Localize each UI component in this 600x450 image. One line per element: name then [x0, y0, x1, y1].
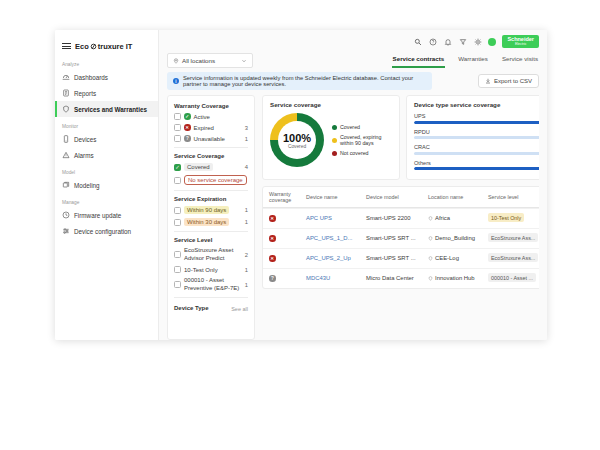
service-coverage-card: Service coverage 100% Covered: [262, 95, 400, 180]
checkbox[interactable]: [174, 219, 181, 226]
filter-group-title: Service Coverage: [174, 153, 248, 159]
sidebar-item-reports[interactable]: Reports: [55, 85, 158, 101]
right-column: Service coverage 100% Covered: [262, 95, 539, 340]
col-warranty-coverage[interactable]: Warranty coverage: [269, 191, 306, 204]
device-name-link[interactable]: MDC43U: [306, 275, 366, 281]
coverage-legend: Covered Covered, expiring within 90 days…: [332, 124, 392, 156]
filter-group-title: Service Level: [174, 237, 248, 243]
filter-option-no-service-coverage[interactable]: No service coverage: [174, 175, 248, 185]
sidebar-item-devices[interactable]: Devices: [55, 131, 158, 147]
col-device-name[interactable]: Device name: [306, 194, 366, 200]
warranty-expired-icon: ✕: [269, 235, 276, 242]
logo-text-prefix: Eco: [75, 42, 89, 51]
sidebar-item-dashboards[interactable]: Dashboards: [55, 69, 158, 85]
alarm-triangle-icon: [62, 151, 70, 159]
table-header-row: Warranty coverage Device name Device mod…: [263, 187, 539, 208]
filter-group-title: Warranty Coverage: [174, 103, 248, 109]
table-row[interactable]: ✕ APC_UPS_1_D... Smart-UPS SRT ... Demo_…: [263, 228, 539, 248]
summary-cards: Service coverage 100% Covered: [262, 95, 539, 180]
tab-service-visits[interactable]: Service visits: [501, 52, 539, 68]
coverage-legend-item: Covered, expiring within 90 days: [332, 134, 392, 146]
col-location-name[interactable]: Location name: [428, 194, 488, 200]
settings-gear-icon[interactable]: [473, 37, 482, 46]
sidebar-item-alarms[interactable]: Alarms: [55, 147, 158, 163]
dashboard-icon: [62, 73, 70, 81]
location-pin-icon: [428, 216, 433, 221]
filter-option-10-test-only[interactable]: 10-Test Only 1: [174, 266, 248, 273]
filter-funnel-icon[interactable]: [458, 37, 467, 46]
sidebar-section-monitor: Monitor: [62, 124, 151, 129]
warranty-expired-icon: ✕: [269, 255, 276, 262]
warranty-expired-icon: ✕: [184, 124, 191, 131]
screenshot-canvas: Eco truxure IT Analyze Dashboards Report…: [0, 0, 600, 450]
device-icon: [62, 135, 70, 143]
app-window: Eco truxure IT Analyze Dashboards Report…: [55, 30, 547, 340]
filter-option-asset-preventive[interactable]: 000010 - Asset Preventive (E&P-7E) 1: [174, 277, 248, 292]
schneider-electric-logo[interactable]: Schneider Electric: [502, 35, 539, 48]
filter-option-within-30-days[interactable]: Within 30 days 1: [174, 218, 248, 226]
info-banner: i Service information is updated weekly …: [167, 72, 432, 90]
divider: [174, 297, 248, 298]
table-row[interactable]: ? MDC43U Micro Data Center Innovation Hu…: [263, 268, 539, 288]
sidebar-item-firmware-update[interactable]: Firmware update: [55, 207, 158, 223]
location-pin-icon: [173, 58, 179, 64]
coverage-legend-item: Covered: [332, 124, 392, 130]
sidebar-item-device-configuration[interactable]: Device configuration: [55, 223, 158, 239]
checkbox[interactable]: [174, 207, 181, 214]
legend-dot-not-covered: [332, 151, 337, 156]
checkbox[interactable]: [174, 281, 181, 288]
col-service-level[interactable]: Service level: [488, 194, 539, 200]
service-level-badge: 10-Test Only: [488, 213, 524, 222]
table-row[interactable]: ✕ APC_UPS_2_Up Smart-UPS SRT ... CEE-Log…: [263, 248, 539, 268]
filter-option-within-90-days[interactable]: Within 90 days 1: [174, 206, 248, 214]
tab-service-contracts[interactable]: Service contracts: [392, 52, 446, 68]
table-row[interactable]: ✕ APC UPS Smart-UPS 2200 Africa 10-Test …: [263, 208, 539, 228]
device-type-row: Others100%: [414, 160, 539, 171]
location-pin-icon: [428, 256, 433, 261]
sidebar-section-manage: Manage: [62, 200, 151, 205]
checkbox[interactable]: [174, 113, 181, 120]
checkbox-checked[interactable]: ✓: [174, 164, 181, 171]
filter-option-asset-advisor-predict[interactable]: EcoStruxure Asset Advisor Predict 2: [174, 247, 248, 262]
checkbox[interactable]: [174, 251, 181, 258]
device-type-coverage-title: Device type service coverage: [414, 101, 539, 108]
notifications-bell-icon[interactable]: [443, 37, 452, 46]
service-coverage-title: Service coverage: [270, 101, 392, 108]
checkbox[interactable]: [174, 135, 181, 142]
devices-table: Warranty coverage Device name Device mod…: [262, 186, 539, 289]
filter-option-covered[interactable]: ✓ Covered 4: [174, 163, 248, 171]
col-device-model[interactable]: Device model: [366, 194, 428, 200]
sidebar-item-modeling[interactable]: Modeling: [55, 177, 158, 193]
location-pin-icon: [428, 276, 433, 281]
device-type-bar-fill: [414, 167, 539, 170]
export-to-csv-button[interactable]: Export to CSV: [478, 74, 539, 88]
firmware-update-icon: [62, 211, 70, 219]
app-logo: Eco truxure IT: [75, 42, 132, 51]
filter-option-active[interactable]: ✓ Active: [174, 113, 248, 120]
filter-option-unavailable[interactable]: ? Unavailable 1: [174, 135, 248, 142]
device-name-link[interactable]: APC_UPS_1_D...: [306, 235, 366, 241]
sidebar-section-model: Model: [62, 170, 151, 175]
search-icon[interactable]: [413, 37, 422, 46]
checkbox[interactable]: [174, 124, 181, 131]
filter-option-expired[interactable]: ✕ Expired 3: [174, 124, 248, 131]
checkbox[interactable]: [174, 266, 181, 273]
ecostruxure-swirl-icon: [90, 43, 97, 50]
device-name-link[interactable]: APC_UPS_2_Up: [306, 255, 366, 261]
help-icon[interactable]: [428, 37, 437, 46]
main-area: Schneider Electric All locations Service…: [159, 30, 547, 340]
user-avatar[interactable]: [488, 38, 496, 46]
sidebar-item-services-and-warranties[interactable]: Services and Warranties: [55, 101, 158, 117]
coverage-percent: 100%: [283, 132, 311, 144]
device-name-link[interactable]: APC UPS: [306, 215, 366, 221]
location-selector[interactable]: All locations: [167, 53, 253, 68]
tab-warranties[interactable]: Warranties: [457, 52, 489, 68]
warranty-expired-icon: ✕: [269, 215, 276, 222]
see-all-link[interactable]: See all: [231, 306, 248, 312]
info-banner-text: Service information is updated weekly fr…: [183, 75, 426, 87]
device-type-row: RPDU: [414, 129, 539, 140]
logo-text-suffix: truxure IT: [98, 42, 133, 51]
checkbox[interactable]: [174, 177, 181, 184]
menu-icon[interactable]: [62, 43, 71, 49]
warranty-unavailable-icon: ?: [269, 275, 276, 282]
